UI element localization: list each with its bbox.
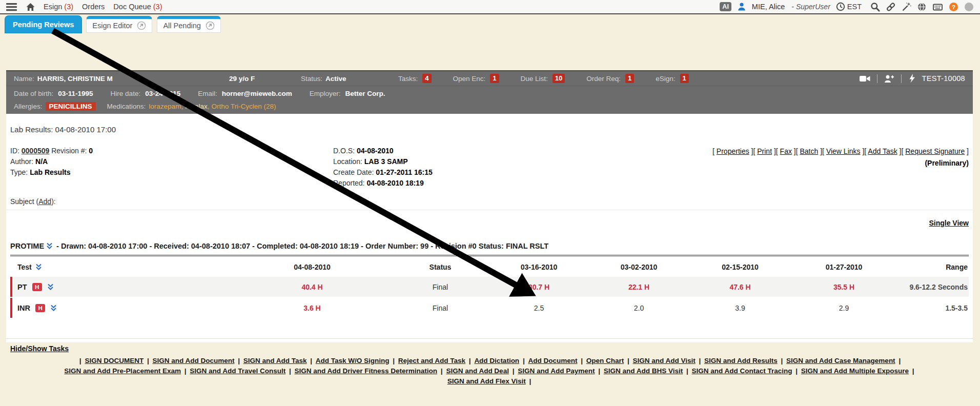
patient-field-employer: Employer:Better Corp. bbox=[310, 90, 385, 97]
footer-link-sign-and-add-document[interactable]: SIGN and Add Document bbox=[152, 357, 234, 364]
subject-add-link[interactable]: Add bbox=[38, 197, 51, 206]
home-icon[interactable] bbox=[26, 3, 35, 11]
add-person-icon[interactable] bbox=[884, 74, 894, 83]
abnormal-flag: H bbox=[35, 304, 45, 312]
patient-field-date-of-birth: Date of birth:03-11-1995 bbox=[14, 90, 93, 97]
double-chevron-down-icon[interactable] bbox=[35, 263, 42, 271]
footer-link-sign-and-add-travel-consult[interactable]: SIGN and Add Travel Consult bbox=[190, 367, 285, 375]
patient-name[interactable]: HARRIS, CHRISTINE M bbox=[37, 75, 113, 83]
footer-link-sign-and-add-payment[interactable]: SIGN and Add Payment bbox=[518, 367, 595, 375]
medications-label: Medications: bbox=[107, 103, 146, 110]
tab-esign-editor[interactable]: Esign Editor bbox=[86, 16, 152, 33]
user-name[interactable]: MIE, Alice bbox=[752, 3, 785, 11]
revision-value: 0 bbox=[89, 147, 93, 155]
test-cell: PTH bbox=[12, 283, 228, 291]
globe-icon[interactable] bbox=[917, 2, 927, 12]
footer-link-sign-and-add-flex-visit[interactable]: SIGN and Add Flex Visit bbox=[447, 377, 526, 385]
double-chevron-down-icon[interactable] bbox=[46, 242, 53, 250]
footer-link-sign-document[interactable]: SIGN DOCUMENT bbox=[85, 357, 144, 364]
footer-link-open-chart[interactable]: Open Chart bbox=[586, 357, 624, 364]
footer-link-sign-and-add-multiple-exposure[interactable]: SIGN and Add Multiple Exposure bbox=[801, 367, 909, 375]
document-id-link[interactable]: 0000509 bbox=[22, 147, 50, 155]
footer-link-sign-and-add-deal[interactable]: SIGN and Add Deal bbox=[446, 367, 509, 375]
pipe-separator: | bbox=[579, 357, 584, 364]
action-print[interactable]: Print bbox=[757, 147, 772, 155]
patient-counter-esign: eSign:1 bbox=[656, 74, 689, 83]
footer-link-sign-and-add-contact-tracing[interactable]: SIGN and Add Contact Tracing bbox=[692, 367, 792, 375]
action-add-task[interactable]: Add Task bbox=[868, 147, 897, 155]
result-row-pt: PTH 40.4 HFinal30.7 H22.1 H47.6 H35.5 H9… bbox=[10, 277, 969, 297]
footer-link-sign-and-add-visit[interactable]: SIGN and Add Visit bbox=[632, 357, 695, 364]
counter-badge[interactable]: 1 bbox=[625, 74, 634, 83]
link-icon[interactable] bbox=[886, 2, 896, 12]
tab-all-pending[interactable]: All Pending bbox=[157, 16, 220, 33]
footer-link-add-task-w-o-signing[interactable]: Add Task W/O Signing bbox=[316, 357, 390, 364]
footer-link-row: SIGN and Add Flex Visit | bbox=[0, 376, 980, 387]
action-properties[interactable]: Properties bbox=[717, 147, 749, 155]
footer-link-add-document[interactable]: Add Document bbox=[528, 357, 577, 364]
top-nav-left: Esign (3)OrdersDoc Queue (3) bbox=[6, 3, 162, 11]
video-camera-icon[interactable] bbox=[860, 75, 870, 83]
action-request-signature[interactable]: Request Signature bbox=[905, 147, 965, 155]
status-circle-icon[interactable] bbox=[964, 2, 974, 12]
result-value: 3.9 bbox=[684, 304, 797, 312]
footer-link-add-dictation[interactable]: Add Dictation bbox=[474, 357, 519, 364]
ai-badge[interactable]: AI bbox=[720, 2, 731, 11]
tab-label: Esign Editor bbox=[92, 22, 132, 30]
pipe-separator: | bbox=[439, 367, 444, 375]
user-icon[interactable] bbox=[737, 2, 746, 11]
abnormal-flag: H bbox=[32, 283, 42, 291]
footer-link-reject-and-add-task[interactable]: Reject and Add Task bbox=[398, 357, 465, 364]
author-value: N/A bbox=[35, 157, 48, 166]
footer-link-sign-and-add-case-management[interactable]: SIGN and Add Case Management bbox=[786, 357, 895, 364]
pipe-separator: | bbox=[697, 357, 703, 364]
column-test[interactable]: Test bbox=[17, 263, 32, 271]
footer-links: | SIGN DOCUMENT | SIGN and Add Document … bbox=[0, 356, 980, 387]
double-chevron-down-icon[interactable] bbox=[47, 283, 54, 291]
patient-counter-order-req: Order Req:1 bbox=[586, 74, 634, 83]
timezone-selector[interactable]: EST bbox=[836, 2, 862, 11]
action-view-links[interactable]: View Links bbox=[826, 147, 861, 155]
medication-link[interactable]: lorazepam bbox=[149, 103, 181, 110]
menu-item-count: (3) bbox=[151, 3, 162, 11]
dos-label: D.O.S: bbox=[333, 147, 355, 155]
footer-link-sign-and-add-driver-fitness-determination[interactable]: SIGN and Add Driver Fitness Determinatio… bbox=[295, 367, 438, 375]
panel-title[interactable]: PROTIME bbox=[10, 242, 44, 250]
counter-badge[interactable]: 4 bbox=[422, 74, 431, 83]
timezone-label: EST bbox=[847, 3, 862, 11]
menu-item-doc-queue[interactable]: Doc Queue (3) bbox=[113, 3, 162, 11]
search-icon[interactable] bbox=[870, 2, 880, 12]
field-value: horner@mieweb.com bbox=[222, 90, 292, 97]
menu-item-esign[interactable]: Esign (3) bbox=[44, 3, 73, 11]
medication-link[interactable]: Ortho Tri-Cyclen (28) bbox=[211, 103, 276, 110]
hamburger-menu-icon[interactable] bbox=[6, 3, 17, 11]
column-date: 01-27-2010 bbox=[797, 263, 891, 271]
pipe-separator: | bbox=[910, 367, 914, 375]
footer-link-sign-and-add-bhs-visit[interactable]: SIGN and Add BHS Visit bbox=[604, 367, 683, 375]
counter-badge[interactable]: 1 bbox=[680, 74, 689, 83]
counter-badge[interactable]: 1 bbox=[490, 74, 499, 83]
document-info-left: ID: 0000509 Revision #: 0 Author: N/A Ty… bbox=[10, 146, 333, 189]
test-name[interactable]: INR bbox=[17, 304, 30, 312]
footer-link-sign-and-add-pre-placement-exam[interactable]: SIGN and Add Pre-Placement Exam bbox=[64, 367, 181, 375]
help-icon[interactable]: ? bbox=[949, 2, 958, 12]
double-chevron-down-icon[interactable] bbox=[50, 304, 57, 312]
footer-link-sign-and-add-task[interactable]: SIGN and Add Task bbox=[243, 357, 307, 364]
single-view-link[interactable]: Single View bbox=[929, 219, 969, 227]
lightning-icon[interactable] bbox=[908, 74, 915, 83]
tab-pending-reviews[interactable]: Pending Reviews bbox=[5, 16, 81, 33]
bracket: ] bbox=[772, 147, 776, 155]
location-label: Location: bbox=[333, 157, 362, 166]
counter-badge[interactable]: 10 bbox=[553, 74, 565, 83]
keyboard-icon[interactable] bbox=[932, 3, 943, 11]
test-name[interactable]: PT bbox=[17, 283, 27, 291]
allergy-badge[interactable]: PENICILLINS bbox=[46, 102, 96, 111]
action-fax[interactable]: Fax bbox=[780, 147, 792, 155]
wand-icon[interactable] bbox=[902, 2, 911, 12]
hide-show-tasks-link[interactable]: Hide/Show Tasks bbox=[10, 344, 69, 353]
medication-link[interactable]: Miralax bbox=[185, 103, 208, 110]
menu-item-orders[interactable]: Orders bbox=[82, 3, 105, 11]
footer-link-sign-and-add-results[interactable]: SIGN and Add Results bbox=[704, 357, 778, 364]
action-batch[interactable]: Batch bbox=[800, 147, 819, 155]
pipe-separator: | bbox=[79, 357, 84, 364]
